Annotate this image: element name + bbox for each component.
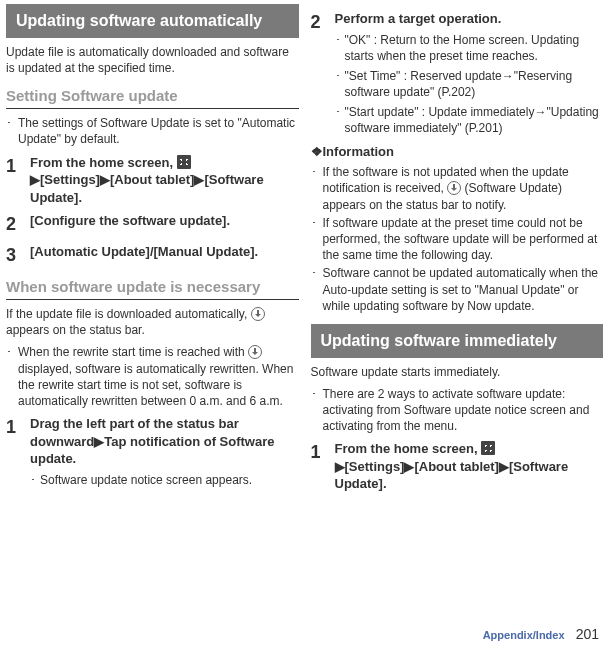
b2b: displayed, software is automatically rew… (18, 362, 293, 408)
step1-pre: From the home screen, (30, 155, 177, 170)
divider (6, 299, 299, 300)
step-number: 1 (311, 440, 325, 493)
step-number: 1 (6, 415, 20, 488)
step-2: 2 [Configure the software update]. (6, 212, 299, 236)
s2b2: "Set Time" : Reserved update→"Reserving … (345, 68, 604, 100)
info-bullet-3: ･ Software cannot be updated automatical… (311, 265, 604, 314)
apps-icon (177, 155, 191, 169)
step-1-drag: 1 Drag the left part of the status bar d… (6, 415, 299, 488)
bullet-rewrite: ･ When the rewrite start time is reached… (6, 344, 299, 409)
step-number: 2 (6, 212, 20, 236)
subheading-setting: Setting Software update (6, 86, 299, 106)
subheading-when-necessary: When software update is necessary (6, 277, 299, 297)
paragraph-download: If the update file is downloaded automat… (6, 306, 299, 338)
b3: There are 2 ways to activate software up… (323, 386, 604, 435)
step-number: 1 (6, 154, 20, 207)
p2b: appears on the status bar. (6, 323, 145, 337)
step-number: 3 (6, 243, 20, 267)
step3-body: [Automatic Update]/[Manual Update]. (30, 243, 299, 267)
apps-icon (481, 441, 495, 455)
download-icon (447, 181, 461, 195)
info-bullet-2: ･ If software update at the preset time … (311, 215, 604, 264)
s1c-pre: From the home screen, (335, 441, 482, 456)
bullet-text: The settings of Software Update is set t… (18, 115, 299, 147)
i2: If software update at the preset time co… (323, 215, 604, 264)
p2a: If the update file is downloaded automat… (6, 307, 251, 321)
step1-post: ▶[Settings]▶[About tablet]▶[Software Upd… (30, 172, 264, 205)
s1c-post: ▶[Settings]▶[About tablet]▶[Software Upd… (335, 459, 569, 492)
step-2-perform: 2 Perform a target operation. ･"OK" : Re… (311, 10, 604, 137)
i3: Software cannot be updated automatically… (323, 265, 604, 314)
s2b1: "OK" : Return to the Home screen. Updati… (345, 32, 604, 64)
step1b-sub: Software update notice screen appears. (40, 472, 252, 488)
step-3: 3 [Automatic Update]/[Manual Update]. (6, 243, 299, 267)
step-number: 2 (311, 10, 325, 137)
step-1-immediate: 1 From the home screen, ▶[Settings]▶[Abo… (311, 440, 604, 493)
b2a: When the rewrite start time is reached w… (18, 345, 248, 359)
info-bullet-1: ･ If the software is not updated when th… (311, 164, 604, 213)
footer-page: 201 (576, 626, 599, 642)
bullet-two-ways: ･ There are 2 ways to activate software … (311, 386, 604, 435)
divider (6, 108, 299, 109)
intro-text: Update file is automatically downloaded … (6, 44, 299, 76)
heading-updating-immediately: Updating software immediately (311, 324, 604, 358)
download-icon (248, 345, 262, 359)
heading-updating-auto: Updating software automatically (6, 4, 299, 38)
step-1: 1 From the home screen, ▶[Settings]▶[Abo… (6, 154, 299, 207)
p3: Software update starts immediately. (311, 364, 604, 380)
step2-title: Perform a target operation. (335, 10, 604, 28)
information-heading: ❖Information (311, 143, 604, 161)
step2-body: [Configure the software update]. (30, 212, 299, 236)
step1b-title: Drag the left part of the status bar dow… (30, 415, 299, 468)
footer: Appendix/Index 201 (483, 626, 599, 642)
footer-section: Appendix/Index (483, 629, 565, 641)
download-icon (251, 307, 265, 321)
bullet-default-auto: ･ The settings of Software Update is set… (6, 115, 299, 147)
s2b3: "Start update" : Update immediately→"Upd… (345, 104, 604, 136)
